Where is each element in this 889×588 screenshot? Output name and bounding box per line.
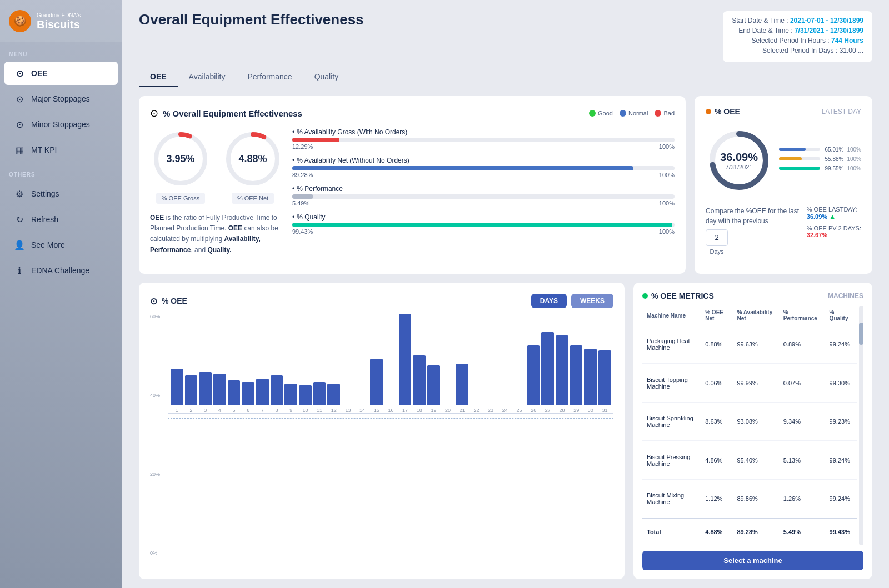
y-label-40: 40%: [150, 393, 168, 398]
bar-col: 9: [284, 384, 297, 413]
tab-oee[interactable]: OEE: [139, 68, 178, 87]
sidebar-item-major-stoppages[interactable]: ⊙ Major Stoppages: [4, 87, 118, 110]
bar-x-label: 2: [190, 408, 193, 413]
legend-good: Good: [589, 110, 613, 117]
sidebar-item-settings[interactable]: ⚙ Settings: [4, 182, 118, 205]
select-machine-button[interactable]: Select a machine: [642, 551, 863, 570]
bar-rect: [242, 382, 254, 405]
sidebar: 🍪 Grandma EDNA's Biscuits MENU ⊙ OEE ⊙ M…: [0, 0, 122, 588]
sidebar-logo: 🍪 Grandma EDNA's Biscuits: [0, 0, 122, 42]
metric-avail-net: % Availability Net (Without No Orders) 8…: [292, 157, 675, 178]
sidebar-item-see-more[interactable]: 👤 See More: [4, 233, 118, 257]
sidebar-item-refresh[interactable]: ↻ Refresh: [4, 208, 118, 231]
chart-title: ⊙ % OEE: [150, 296, 187, 306]
mini-bar-2-target: 100%: [847, 156, 861, 162]
latest-gauge: 36.09% 7/31/2021: [706, 127, 772, 194]
table-header-row: Machine Name % OEE Net % Availability Ne…: [642, 306, 857, 325]
bar-rect: [284, 384, 297, 405]
oee-gauges-section: 3.95% % OEE Gross 4.88: [150, 128, 283, 255]
table-container: Machine Name % OEE Net % Availability Ne…: [642, 306, 863, 545]
bar-col: 22: [470, 405, 483, 413]
oee-content-row: 3.95% % OEE Gross 4.88: [150, 128, 675, 255]
mini-bar-3: 99.55% 100%: [779, 165, 861, 172]
table-cell-avail_net: 93.08%: [732, 402, 778, 440]
bar-x-label: 4: [218, 408, 221, 413]
legend-normal-dot: [620, 110, 626, 117]
table-cell-quality: 99.24%: [825, 479, 857, 518]
bar-x-label: 26: [531, 408, 536, 413]
chart-header: ⊙ % OEE DAYS WEEKS: [150, 294, 613, 308]
latest-gauge-section: 36.09% 7/31/2021 65.01% 100%: [706, 122, 861, 199]
metric-quality-fill: [292, 223, 672, 227]
bar-col: 4: [213, 374, 226, 413]
bar-chart-bars: 1234567891011121314151617181920212223242…: [168, 314, 613, 414]
legend-good-dot: [589, 110, 596, 117]
bar-rect: [185, 375, 198, 405]
bar-rect: [228, 380, 241, 405]
start-date-value: 2021-07-01 - 12/30/1899: [790, 17, 863, 24]
mini-bar-2-track: [779, 157, 820, 160]
bar-col: 2: [185, 375, 198, 413]
bar-x-label: 25: [516, 408, 522, 413]
metric-avail-gross-label: % Availability Gross (With No Orders): [292, 128, 675, 136]
btn-weeks[interactable]: WEEKS: [571, 294, 613, 308]
table-row: Biscuit Sprinkling Machine8.63%93.08%9.3…: [642, 402, 857, 440]
gauge-gross: 3.95%: [150, 128, 211, 189]
table-cell-performance: 9.34%: [779, 402, 825, 440]
header-row: Overall Equipment Effectiveness Start Da…: [122, 0, 889, 62]
metric-performance-pct: 5.49%: [292, 200, 309, 207]
tab-availability[interactable]: Availability: [178, 68, 237, 87]
gauge-net-wrap: 4.88% % OEE Net: [222, 128, 283, 204]
sidebar-item-mt-kpi[interactable]: ▦ MT KPI: [4, 138, 118, 162]
latest-day-label: LATEST DAY: [822, 108, 861, 115]
table-row: Biscuit Pressing Machine4.86%95.40%5.13%…: [642, 441, 857, 479]
bar-rect: [327, 384, 340, 405]
bar-col: 11: [313, 382, 326, 413]
bar-rect: [299, 385, 312, 405]
gauge-gross-value: 3.95%: [166, 153, 194, 165]
metric-performance-track: [292, 194, 675, 199]
btn-days[interactable]: DAYS: [531, 294, 567, 308]
mini-bar-1-track: [779, 148, 820, 151]
metrics-title: % OEE METRICS: [642, 292, 714, 300]
bar-col: 5: [228, 380, 241, 413]
table-cell-performance: 0.07%: [779, 364, 825, 402]
bar-col: 29: [570, 345, 583, 413]
bar-x-label: 16: [388, 408, 393, 413]
sidebar-item-edna-challenge[interactable]: ℹ EDNA Challenge: [4, 259, 118, 282]
mini-bar-1: 65.01% 100%: [779, 147, 861, 153]
mini-bar-2-pct: 55.88%: [823, 156, 843, 162]
table-cell-avail_net: 99.99%: [732, 364, 778, 402]
metrics-green-dot: [642, 293, 648, 299]
bar-col: 17: [399, 314, 412, 413]
bar-col: 31: [598, 350, 611, 413]
y-label-0: 0%: [150, 550, 168, 556]
see-more-icon: 👤: [13, 239, 26, 251]
compare-text: Compare the %OEE for the last day with t…: [706, 206, 801, 256]
table-total-row: Total4.88%89.28%5.49%99.43%: [642, 519, 857, 545]
latest-day-header: % OEE LATEST DAY: [706, 107, 861, 116]
tab-quality[interactable]: Quality: [303, 68, 350, 87]
top-row: ⊙ % Overall Equipment Effectiveness Good…: [139, 96, 872, 274]
metric-avail-gross-fill: [292, 138, 339, 142]
compare-days-label: Days: [706, 247, 728, 257]
sidebar-item-minor-stoppages[interactable]: ⊙ Minor Stoppages: [4, 113, 118, 136]
chart-card: ⊙ % OEE DAYS WEEKS 60% 40% 20% 0%: [139, 283, 625, 579]
settings-icon: ⚙: [13, 188, 26, 200]
scroll-thumb: [859, 323, 863, 345]
metric-avail-gross: % Availability Gross (With No Orders) 12…: [292, 128, 675, 150]
oee-card-header: ⊙ % Overall Equipment Effectiveness Good…: [150, 107, 675, 119]
metric-quality-target: 100%: [659, 228, 675, 235]
compare-days-box[interactable]: 2: [706, 229, 728, 246]
bar-col: 15: [370, 359, 383, 413]
sidebar-item-oee[interactable]: ⊙ OEE: [4, 62, 118, 85]
table-cell-name: Biscuit Topping Machine: [642, 364, 701, 402]
y-labels: 60% 40% 20% 0%: [150, 314, 168, 556]
tab-performance[interactable]: Performance: [236, 68, 303, 87]
table-cell-oee_net: 8.63%: [701, 402, 732, 440]
scroll-indicator[interactable]: [859, 306, 863, 545]
metric-avail-net-fill: [292, 166, 633, 170]
bar-rect: [256, 379, 269, 405]
metric-quality: % Quality 99.43% 100%: [292, 213, 675, 235]
bar-x-label: 24: [502, 408, 508, 413]
